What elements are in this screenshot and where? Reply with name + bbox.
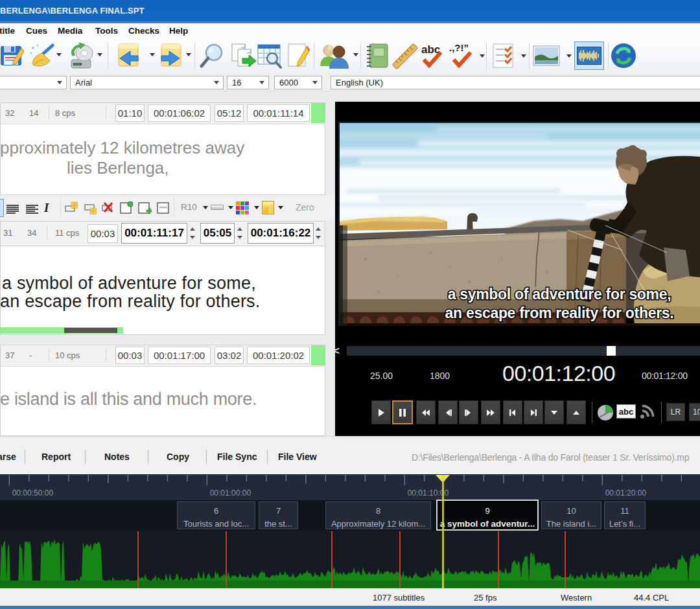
svg-text:00:01:20:00: 00:01:20:00 [605,488,647,498]
svg-text:00:01:00:00: 00:01:00:00 [210,488,251,498]
svg-text:00:00:50:00: 00:00:50:00 [12,488,54,498]
